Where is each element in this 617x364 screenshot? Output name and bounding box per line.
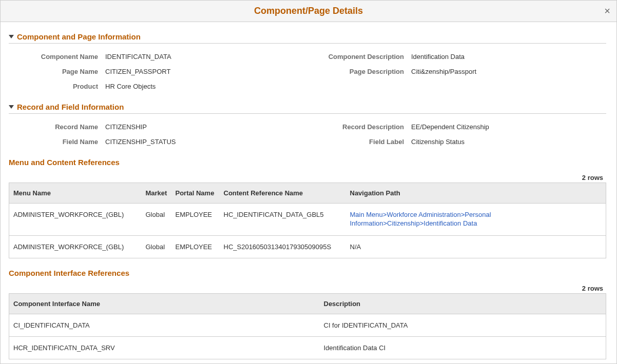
- collapse-toggle-record-field[interactable]: Record and Field Information: [9, 103, 606, 114]
- cell-market: Global: [142, 235, 171, 258]
- label-product: Product: [9, 83, 101, 90]
- modal-body[interactable]: Component and Page Information Component…: [1, 22, 616, 364]
- label-field-label: Field Label: [304, 138, 407, 146]
- cell-ci-name: CI_IDENTIFICATN_DATA: [9, 314, 320, 336]
- kv-grid: Component Name IDENTIFICATN_DATA Compone…: [9, 49, 606, 92]
- cell-nav: Main Menu>Workforce Administration>Perso…: [346, 204, 606, 236]
- label-page-desc: Page Description: [304, 68, 407, 75]
- chevron-down-icon: [9, 35, 14, 38]
- close-icon: ×: [604, 5, 610, 16]
- table-row: CI_IDENTIFICATN_DATA CI for IDENTIFICATN…: [9, 314, 606, 336]
- col-ci-name[interactable]: Component Interface Name: [9, 293, 320, 314]
- value-field-name: CITIZENSHIP_STATUS: [105, 138, 300, 146]
- col-ci-desc[interactable]: Description: [320, 293, 606, 314]
- modal-title: Component/Page Details: [254, 6, 363, 16]
- cell-portal-name: EMPLOYEE: [171, 235, 220, 258]
- label-record-desc: Record Description: [304, 123, 407, 131]
- label-page-name: Page Name: [9, 68, 101, 75]
- table-row: ADMINISTER_WORKFORCE_(GBL) Global EMPLOY…: [9, 204, 606, 236]
- value-record-name: CITIZENSHIP: [105, 123, 300, 131]
- cell-portal-name: EMPLOYEE: [171, 204, 220, 236]
- value-page-name: CITIZEN_PASSPORT: [105, 68, 300, 75]
- cell-menu-name: ADMINISTER_WORKFORCE_(GBL): [9, 235, 142, 258]
- label-record-name: Record Name: [9, 123, 101, 131]
- section-menu-refs: Menu and Content References 2 rows Menu …: [9, 158, 606, 258]
- value-component-desc: Identification Data: [411, 53, 606, 60]
- navigation-link[interactable]: Main Menu>Workforce Administration>Perso…: [350, 211, 602, 228]
- section-title: Component and Page Information: [17, 32, 141, 41]
- table-header-row: Menu Name Market Portal Name Content Ref…: [9, 183, 606, 204]
- value-record-desc: EE/Dependent Citizenship: [411, 123, 606, 131]
- cell-nav: N/A: [346, 235, 606, 258]
- col-nav[interactable]: Navigation Path: [346, 183, 606, 204]
- modal-dialog: Component/Page Details × Component and P…: [0, 0, 617, 364]
- cell-market: Global: [142, 204, 171, 236]
- col-market[interactable]: Market: [142, 183, 171, 204]
- kv-grid: Record Name CITIZENSHIP Record Descripti…: [9, 119, 606, 148]
- modal-header: Component/Page Details ×: [1, 1, 616, 22]
- value-page-desc: Citi&zenship/Passport: [411, 68, 606, 75]
- rows-count: 2 rows: [9, 285, 606, 292]
- menu-refs-table: Menu Name Market Portal Name Content Ref…: [9, 183, 606, 258]
- cell-ci-desc: Identification Data CI: [320, 336, 606, 359]
- collapse-toggle-component-page[interactable]: Component and Page Information: [9, 32, 606, 44]
- col-menu-name[interactable]: Menu Name: [9, 183, 142, 204]
- section-title: Component Interface References: [9, 269, 606, 277]
- table-row: ADMINISTER_WORKFORCE_(GBL) Global EMPLOY…: [9, 235, 606, 258]
- label-field-name: Field Name: [9, 138, 101, 146]
- table-row: HCR_IDENTIFICATN_DATA_SRV Identification…: [9, 336, 606, 359]
- cell-menu-name: ADMINISTER_WORKFORCE_(GBL): [9, 204, 142, 236]
- ci-refs-table: Component Interface Name Description CI_…: [9, 293, 606, 359]
- section-component-page-info: Component and Page Information Component…: [9, 32, 606, 92]
- cell-cref: HC_IDENTIFICATN_DATA_GBL5: [220, 204, 346, 236]
- col-portal-name[interactable]: Portal Name: [171, 183, 220, 204]
- cell-ci-name: HCR_IDENTIFICATN_DATA_SRV: [9, 336, 320, 359]
- table-header-row: Component Interface Name Description: [9, 293, 606, 314]
- value-component-name: IDENTIFICATN_DATA: [105, 53, 300, 60]
- close-button[interactable]: ×: [604, 6, 610, 16]
- section-ci-refs: Component Interface References 2 rows Co…: [9, 269, 606, 359]
- section-title: Record and Field Information: [17, 103, 124, 111]
- label-component-name: Component Name: [9, 53, 101, 60]
- cell-cref: HC_S20160503134017930509095S: [220, 235, 346, 258]
- value-field-label: Citizenship Status: [411, 138, 606, 146]
- section-record-field-info: Record and Field Information Record Name…: [9, 103, 606, 148]
- cell-ci-desc: CI for IDENTIFICATN_DATA: [320, 314, 606, 336]
- col-cref[interactable]: Content Reference Name: [220, 183, 346, 204]
- value-product: HR Core Objects: [105, 83, 300, 90]
- label-component-desc: Component Description: [304, 53, 407, 60]
- section-title: Menu and Content References: [9, 158, 606, 167]
- chevron-down-icon: [9, 105, 14, 109]
- rows-count: 2 rows: [9, 174, 606, 181]
